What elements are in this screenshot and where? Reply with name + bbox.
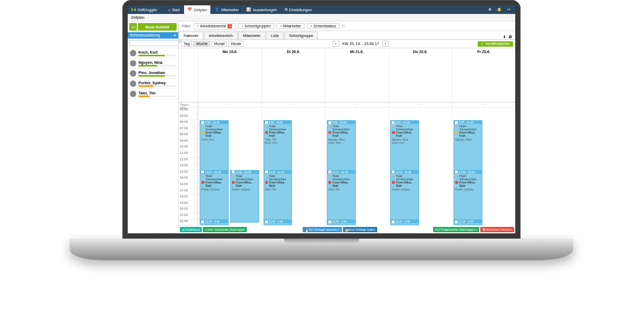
shift-block[interactable]: 6:00 - 14:30 🏢Hotel SonnenscheinFront Of…: [200, 120, 229, 173]
building-icon: 🏢: [392, 124, 395, 131]
view-tag[interactable]: Tag: [181, 41, 192, 47]
view-woche[interactable]: Woche: [193, 41, 210, 47]
shift-checkbox[interactable]: [328, 171, 331, 173]
badge-icon: [392, 181, 395, 184]
employee-item[interactable]: Nguyen, Nina: [128, 58, 178, 69]
shift-block[interactable]: 22:00 - 6:30: [453, 219, 482, 225]
nav-start[interactable]: ⌂Start: [165, 5, 183, 14]
shift-checkbox[interactable]: [265, 171, 268, 173]
shift-checkbox[interactable]: [265, 121, 268, 124]
shift-checkbox[interactable]: [201, 121, 204, 124]
prev-week[interactable]: ‹: [333, 41, 339, 47]
shift-block[interactable]: 14:00 - 22:30 🏢Hotel SonnenscheinFront O…: [390, 170, 419, 223]
filter-label: Filter:: [182, 24, 192, 28]
tabs: Kalender Arbeitsbereich Mitarbeiter List…: [179, 31, 515, 40]
loeschen-button[interactable]: 🗑 Schichten löschen: [480, 227, 514, 232]
nav-mitarbeiter[interactable]: 👤Mitarbeiter: [211, 5, 242, 14]
breadcrumb-text: Zeitplan: [131, 16, 144, 19]
nav-auswertungen[interactable]: 📊Auswertungen: [243, 5, 280, 14]
view-heute[interactable]: Heute: [228, 41, 244, 47]
tab-liste[interactable]: Liste: [266, 32, 284, 39]
tab-kalender[interactable]: Kalender: [179, 32, 203, 39]
quick-assign-header[interactable]: Schnellzuweisung ▾: [128, 32, 178, 39]
folgewoche-button[interactable]: Auf Folgewoche übertragen ⇒: [433, 227, 480, 232]
search-input[interactable]: [129, 40, 179, 46]
hours-area[interactable]: 6:00 - 14:30 🏢Hotel SonnenscheinFront Of…: [325, 108, 388, 226]
breadcrumb: Zeitplan: [128, 14, 515, 21]
employee-item[interactable]: Pine, Jonathan: [128, 69, 178, 79]
employee-item[interactable]: Koch, Kurt: [128, 48, 178, 58]
hours-area[interactable]: 6:00 - 14:30 🏢Hotel SonnenscheinFront Of…: [389, 108, 452, 226]
shift-checkbox[interactable]: [265, 220, 268, 223]
shift-checkbox[interactable]: [392, 220, 394, 223]
brand: ShiftJuggler: [137, 8, 157, 12]
shift-block[interactable]: 6:00 - 14:30 🏢Hotel SonnenscheinFront Of…: [327, 120, 356, 173]
shift-block[interactable]: 22:00 - 6:30: [264, 219, 292, 225]
publish-button[interactable]: ✓ Veröffentlichen: [478, 41, 513, 47]
shift-checkbox[interactable]: [392, 171, 394, 173]
time-header: [179, 48, 198, 102]
download-icon[interactable]: ⬇: [503, 35, 506, 39]
shift-block[interactable]: 6:00 - 14:30 🏢Hotel SonnenscheinFront Of…: [390, 120, 419, 173]
shift-checkbox[interactable]: [455, 171, 458, 173]
user-icon: 👤: [215, 8, 219, 12]
employee-item[interactable]: Portier, Sydney: [128, 79, 178, 89]
employee-item[interactable]: Taler, Tim: [128, 89, 178, 99]
shift-block[interactable]: 22:00 - 6:30 🏢Hotel Sonnenschein: [200, 219, 229, 225]
tab-mitarbeiter[interactable]: Mitarbeiter: [238, 32, 266, 39]
print-icon[interactable]: 🖶: [508, 35, 512, 39]
shift-checkbox[interactable]: [455, 220, 458, 223]
filter-mitarbeiter[interactable]: › Mitarbeiter: [276, 23, 304, 29]
help-icon[interactable]: ❉: [487, 8, 493, 12]
shift-checkbox[interactable]: [392, 121, 394, 124]
filter-schichtgruppen[interactable]: › Schichtgruppen: [238, 23, 274, 29]
filter-arbeitsbereiche[interactable]: › Arbeitsbereiche×: [194, 23, 236, 30]
employee-search: 🔍: [128, 39, 178, 48]
filter-schichtstatus[interactable]: › Schichtstatus: [307, 23, 340, 29]
hours-area[interactable]: 6:00 - 14:30 🏢Hotel SonnenscheinFront Of…: [199, 108, 261, 226]
building-icon: 🏢: [392, 174, 395, 181]
vorlage-laden-button[interactable]: 📂 Aus Vorlage laden: [343, 227, 377, 232]
avatar: [130, 91, 136, 97]
next-week[interactable]: ›: [382, 41, 389, 47]
close-icon[interactable]: ×: [228, 24, 232, 28]
badge-icon: [265, 181, 268, 184]
shift-checkbox[interactable]: [201, 220, 204, 223]
nav-zeitplan[interactable]: 📅Zeitplan: [184, 5, 210, 14]
calendar-icon: 📅: [187, 8, 192, 12]
view-monat[interactable]: Monat: [211, 41, 227, 47]
vorwoche-button[interactable]: ⇐ Von Vorwoche übertragen: [203, 227, 247, 232]
hours-area[interactable]: 6:00 - 14:30 🏢Hotel SonnenscheinFront Of…: [452, 108, 515, 226]
shift-checkbox[interactable]: [232, 171, 235, 173]
laptop-notch: [284, 239, 359, 243]
shift-checkbox[interactable]: [201, 171, 204, 173]
day-col-mo: – 6:00 - 14:30 🏢Hotel SonnenscheinFront …: [198, 102, 261, 226]
shift-block[interactable]: 22:00 - 6:30: [390, 219, 419, 225]
vorlage-speichern-button[interactable]: 💾 Als Vorlage speichern: [303, 227, 342, 232]
shift-checkbox[interactable]: [328, 220, 331, 223]
day-header: Do 22.6.: [389, 48, 452, 102]
logout-icon[interactable]: ↪: [506, 8, 512, 12]
shift-block[interactable]: 14:00 - 22:30 🏢Hotel SonnenscheinFront O…: [230, 170, 259, 223]
shift-checkbox[interactable]: [455, 121, 458, 124]
bell-icon[interactable]: 🔔: [495, 8, 503, 12]
shift-block[interactable]: 14:00 - 22:30 🏢Hotel SonnenscheinFront O…: [327, 170, 356, 223]
shift-block[interactable]: 22:00 - 6:30 🏢Hotel Sonnenschein: [327, 219, 356, 225]
anwesend-button[interactable]: ✎ Anwesend: [180, 227, 202, 232]
shift-checkbox[interactable]: [328, 121, 331, 124]
tag-icon[interactable]: 🏷: [129, 23, 137, 31]
shift-block[interactable]: 6:00 - 14:30 🏢Hotel SonnenscheinFront Of…: [264, 120, 292, 173]
refresh-icon[interactable]: ↻: [342, 24, 345, 28]
new-shift-button[interactable]: Neue Schicht: [138, 23, 177, 31]
nav-items: ⌂Start 📅Zeitplan 👤Mitarbeiter 📊Auswertun…: [165, 5, 315, 14]
shift-block[interactable]: 14:00 - 22:30 🏢Hotel SonnenscheinFront O…: [453, 170, 482, 223]
hours-bar: [138, 75, 176, 77]
nav-einstellungen[interactable]: ⚙Einstellungen: [281, 5, 315, 14]
tab-arbeitsbereich[interactable]: Arbeitsbereich: [204, 32, 238, 39]
shift-block[interactable]: 14:00 - 22:30 🏢Hotel SonnenscheinFront O…: [264, 170, 292, 223]
shift-block[interactable]: 14:00 - 22:30 🏢Hotel SonnenscheinFront O…: [200, 170, 229, 223]
tab-schichtgruppe[interactable]: Schichtgruppe: [284, 32, 318, 39]
badge-icon: [455, 181, 458, 184]
shift-block[interactable]: 6:00 - 14:30 🏢Hotel SonnenscheinFront Of…: [453, 120, 482, 173]
hours-area[interactable]: 6:00 - 14:30 🏢Hotel SonnenscheinFront Of…: [262, 108, 325, 226]
